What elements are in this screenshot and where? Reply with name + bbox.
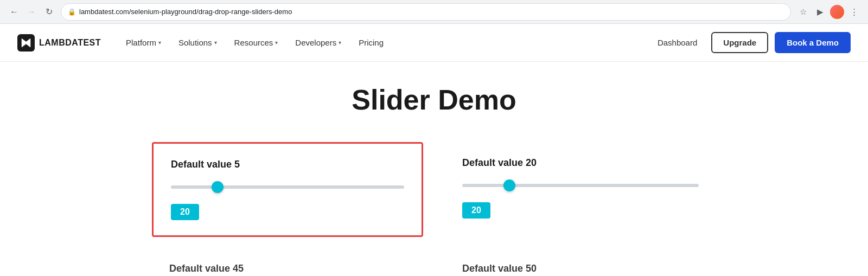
slider-card-4: Default value 50 — [445, 248, 716, 276]
developers-chevron: ▾ — [339, 40, 341, 46]
bottom-sliders-grid: Default value 45 Default value 50 — [108, 248, 760, 276]
nav-item-resources[interactable]: Resources ▾ — [227, 34, 286, 52]
nav-item-platform[interactable]: Platform ▾ — [118, 34, 169, 52]
slider-1-label: Default value 5 — [171, 159, 404, 170]
slider-card-1: Default value 5 20 — [152, 142, 423, 237]
slider-4-label: Default value 50 — [462, 263, 699, 274]
reload-button[interactable]: ↻ — [41, 4, 56, 20]
main-content: Slider Demo Default value 5 20 Default v… — [0, 62, 868, 276]
nav-links: Platform ▾ Solutions ▾ Resources ▾ Devel… — [118, 34, 650, 52]
sliders-grid: Default value 5 20 Default value 20 20 — [108, 142, 760, 237]
logo[interactable]: LAMBDATEST — [17, 34, 101, 52]
back-button[interactable]: ← — [7, 4, 22, 20]
book-demo-button[interactable]: Book a Demo — [775, 32, 851, 53]
developers-label: Developers — [295, 38, 336, 47]
slider-card-3: Default value 45 — [152, 248, 423, 276]
nav-item-solutions[interactable]: Solutions ▾ — [171, 34, 225, 52]
platform-chevron: ▾ — [158, 40, 161, 46]
forward-button[interactable]: → — [24, 4, 39, 20]
nav-item-developers[interactable]: Developers ▾ — [288, 34, 349, 52]
avatar[interactable] — [830, 5, 844, 19]
page-title: Slider Demo — [11, 84, 857, 116]
lock-icon: 🔒 — [68, 8, 76, 16]
slider-2-label: Default value 20 — [462, 157, 699, 169]
pricing-label: Pricing — [359, 38, 384, 47]
nav-item-pricing[interactable]: Pricing — [351, 34, 391, 52]
address-bar[interactable]: 🔒 lambdatest.com/selenium-playground/dra… — [61, 3, 791, 21]
slider-1-wrapper — [171, 181, 404, 193]
solutions-label: Solutions — [178, 38, 212, 47]
upgrade-button[interactable]: Upgrade — [711, 32, 768, 53]
slider-3-label: Default value 45 — [169, 263, 406, 274]
platform-label: Platform — [126, 38, 156, 47]
browser-nav-buttons: ← → ↻ — [7, 4, 56, 20]
dashboard-link[interactable]: Dashboard — [650, 34, 705, 52]
url-text: lambdatest.com/selenium-playground/drag-… — [79, 8, 784, 16]
bookmark-button[interactable]: ☆ — [795, 4, 810, 20]
slider-1-value: 20 — [171, 204, 199, 220]
logo-icon — [17, 34, 35, 52]
resources-chevron: ▾ — [275, 40, 278, 46]
solutions-chevron: ▾ — [214, 40, 217, 46]
navbar: LAMBDATEST Platform ▾ Solutions ▾ Resour… — [0, 24, 868, 62]
nav-actions: Dashboard Upgrade Book a Demo — [650, 32, 851, 53]
menu-button[interactable]: ⋮ — [846, 4, 861, 20]
slider-2-value: 20 — [462, 202, 490, 219]
resources-label: Resources — [234, 38, 273, 47]
slider-card-2: Default value 20 20 — [445, 142, 716, 237]
cast-button[interactable]: ▶ — [813, 4, 828, 20]
browser-actions: ☆ ▶ ⋮ — [795, 4, 861, 20]
logo-text: LAMBDATEST — [39, 38, 101, 48]
slider-2-wrapper — [462, 179, 699, 191]
browser-chrome: ← → ↻ 🔒 lambdatest.com/selenium-playgrou… — [0, 0, 868, 24]
